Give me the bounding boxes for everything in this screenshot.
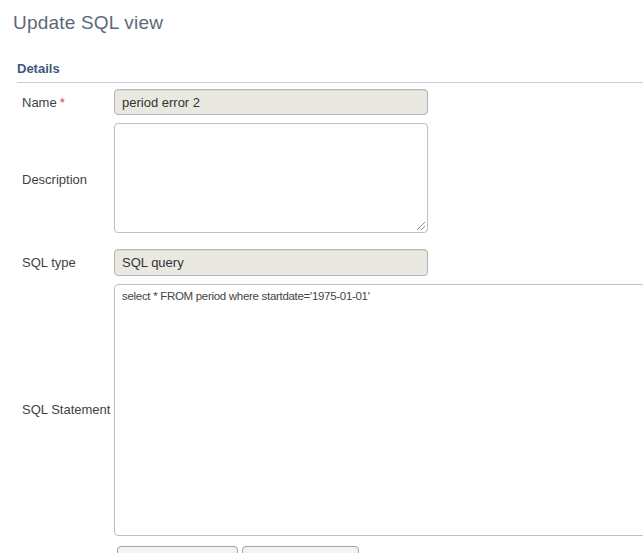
sql-statement-textarea[interactable]: select * FROM period where startdate='19… [114, 284, 643, 536]
description-label: Description [22, 172, 87, 187]
page-title: Update SQL view [13, 12, 163, 34]
sql-type-input[interactable] [114, 249, 428, 276]
details-section-header: Details [17, 61, 60, 76]
name-label: Name* [22, 95, 65, 110]
required-asterisk: * [60, 95, 65, 110]
footer-button-left[interactable] [117, 546, 238, 553]
section-divider [17, 82, 643, 83]
description-textarea[interactable] [114, 123, 428, 233]
footer-button-right[interactable] [242, 546, 359, 553]
name-input[interactable] [114, 89, 428, 115]
update-sql-view-page: Update SQL view Details Name* Descriptio… [0, 0, 643, 553]
sql-statement-label: SQL Statement* [22, 402, 118, 417]
resize-handle-icon[interactable] [416, 221, 425, 230]
sql-type-label: SQL type [22, 255, 76, 270]
